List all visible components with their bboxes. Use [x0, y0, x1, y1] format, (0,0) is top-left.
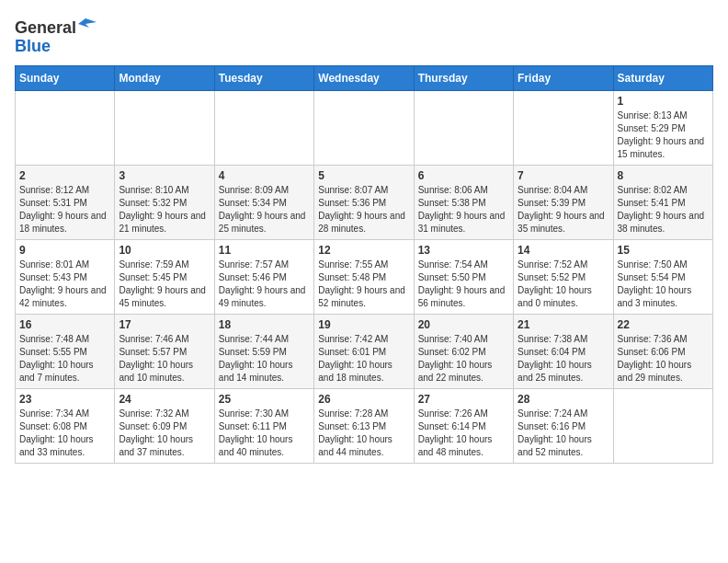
day-info: Sunrise: 8:09 AM Sunset: 5:34 PM Dayligh…	[219, 184, 310, 236]
day-cell: 6Sunrise: 8:06 AM Sunset: 5:38 PM Daylig…	[414, 165, 513, 239]
day-number: 5	[318, 169, 409, 182]
day-cell	[514, 90, 613, 165]
day-info: Sunrise: 7:26 AM Sunset: 6:14 PM Dayligh…	[418, 408, 509, 459]
week-row-4: 16Sunrise: 7:48 AM Sunset: 5:55 PM Dayli…	[16, 314, 713, 388]
day-cell: 15Sunrise: 7:50 AM Sunset: 5:54 PM Dayli…	[613, 239, 712, 314]
day-cell: 22Sunrise: 7:36 AM Sunset: 6:06 PM Dayli…	[613, 314, 712, 388]
day-number: 27	[418, 393, 509, 406]
day-cell: 12Sunrise: 7:55 AM Sunset: 5:48 PM Dayli…	[314, 239, 414, 314]
day-info: Sunrise: 7:46 AM Sunset: 5:57 PM Dayligh…	[119, 333, 210, 385]
day-info: Sunrise: 7:32 AM Sunset: 6:09 PM Dayligh…	[119, 408, 210, 459]
svg-marker-0	[78, 18, 97, 28]
day-cell: 17Sunrise: 7:46 AM Sunset: 5:57 PM Dayli…	[115, 314, 214, 388]
day-number: 3	[119, 169, 210, 182]
day-number: 17	[119, 318, 210, 331]
day-number: 8	[618, 169, 709, 182]
day-info: Sunrise: 8:12 AM Sunset: 5:31 PM Dayligh…	[19, 184, 110, 236]
day-cell: 13Sunrise: 7:54 AM Sunset: 5:50 PM Dayli…	[414, 239, 513, 314]
day-number: 24	[119, 393, 210, 406]
day-cell	[613, 388, 712, 463]
week-row-5: 23Sunrise: 7:34 AM Sunset: 6:08 PM Dayli…	[16, 388, 713, 463]
day-info: Sunrise: 7:34 AM Sunset: 6:08 PM Dayligh…	[19, 408, 110, 459]
day-info: Sunrise: 8:02 AM Sunset: 5:41 PM Dayligh…	[618, 184, 709, 236]
day-number: 25	[219, 393, 310, 406]
day-cell: 10Sunrise: 7:59 AM Sunset: 5:45 PM Dayli…	[115, 239, 214, 314]
weekday-thursday: Thursday	[414, 65, 513, 90]
day-cell	[16, 90, 115, 165]
day-cell	[314, 90, 414, 165]
day-cell	[115, 90, 214, 165]
day-cell: 26Sunrise: 7:28 AM Sunset: 6:13 PM Dayli…	[314, 388, 414, 463]
day-info: Sunrise: 7:30 AM Sunset: 6:11 PM Dayligh…	[219, 408, 310, 459]
day-cell: 21Sunrise: 7:38 AM Sunset: 6:04 PM Dayli…	[514, 314, 613, 388]
day-info: Sunrise: 8:06 AM Sunset: 5:38 PM Dayligh…	[418, 184, 509, 236]
day-info: Sunrise: 7:38 AM Sunset: 6:04 PM Dayligh…	[518, 333, 609, 385]
logo-blue: Blue	[15, 37, 51, 55]
day-number: 11	[219, 244, 310, 257]
day-info: Sunrise: 7:54 AM Sunset: 5:50 PM Dayligh…	[418, 259, 509, 310]
day-cell: 3Sunrise: 8:10 AM Sunset: 5:32 PM Daylig…	[115, 165, 214, 239]
day-number: 18	[219, 318, 310, 331]
day-number: 1	[618, 95, 709, 108]
day-info: Sunrise: 7:55 AM Sunset: 5:48 PM Dayligh…	[318, 259, 409, 310]
day-cell: 28Sunrise: 7:24 AM Sunset: 6:16 PM Dayli…	[514, 388, 613, 463]
day-cell: 9Sunrise: 8:01 AM Sunset: 5:43 PM Daylig…	[16, 239, 115, 314]
day-info: Sunrise: 7:59 AM Sunset: 5:45 PM Dayligh…	[119, 259, 210, 310]
day-number: 21	[518, 318, 609, 331]
weekday-wednesday: Wednesday	[314, 65, 414, 90]
day-cell: 14Sunrise: 7:52 AM Sunset: 5:52 PM Dayli…	[514, 239, 613, 314]
weekday-header-row: SundayMondayTuesdayWednesdayThursdayFrid…	[16, 65, 713, 90]
day-cell: 8Sunrise: 8:02 AM Sunset: 5:41 PM Daylig…	[613, 165, 712, 239]
weekday-sunday: Sunday	[16, 65, 115, 90]
day-cell: 5Sunrise: 8:07 AM Sunset: 5:36 PM Daylig…	[314, 165, 414, 239]
day-info: Sunrise: 7:57 AM Sunset: 5:46 PM Dayligh…	[219, 259, 310, 310]
day-number: 26	[318, 393, 409, 406]
day-cell: 20Sunrise: 7:40 AM Sunset: 6:02 PM Dayli…	[414, 314, 513, 388]
weekday-saturday: Saturday	[613, 65, 712, 90]
day-info: Sunrise: 7:44 AM Sunset: 5:59 PM Dayligh…	[219, 333, 310, 385]
day-cell: 25Sunrise: 7:30 AM Sunset: 6:11 PM Dayli…	[214, 388, 313, 463]
day-info: Sunrise: 7:36 AM Sunset: 6:06 PM Dayligh…	[618, 333, 709, 385]
day-number: 12	[318, 244, 409, 257]
day-info: Sunrise: 7:24 AM Sunset: 6:16 PM Dayligh…	[518, 408, 609, 459]
week-row-1: 1Sunrise: 8:13 AM Sunset: 5:29 PM Daylig…	[16, 90, 713, 165]
day-number: 2	[19, 169, 110, 182]
day-number: 13	[418, 244, 509, 257]
day-cell: 27Sunrise: 7:26 AM Sunset: 6:14 PM Dayli…	[414, 388, 513, 463]
day-number: 22	[618, 318, 709, 331]
day-cell: 11Sunrise: 7:57 AM Sunset: 5:46 PM Dayli…	[214, 239, 313, 314]
day-number: 10	[119, 244, 210, 257]
day-info: Sunrise: 8:07 AM Sunset: 5:36 PM Dayligh…	[318, 184, 409, 236]
day-number: 7	[518, 169, 609, 182]
day-info: Sunrise: 7:40 AM Sunset: 6:02 PM Dayligh…	[418, 333, 509, 385]
week-row-3: 9Sunrise: 8:01 AM Sunset: 5:43 PM Daylig…	[16, 239, 713, 314]
day-cell: 24Sunrise: 7:32 AM Sunset: 6:09 PM Dayli…	[115, 388, 214, 463]
weekday-friday: Friday	[514, 65, 613, 90]
week-row-2: 2Sunrise: 8:12 AM Sunset: 5:31 PM Daylig…	[16, 165, 713, 239]
day-number: 20	[418, 318, 509, 331]
day-number: 9	[19, 244, 110, 257]
day-cell: 2Sunrise: 8:12 AM Sunset: 5:31 PM Daylig…	[16, 165, 115, 239]
day-cell	[214, 90, 313, 165]
day-number: 28	[518, 393, 609, 406]
day-number: 6	[418, 169, 509, 182]
day-cell: 16Sunrise: 7:48 AM Sunset: 5:55 PM Dayli…	[16, 314, 115, 388]
day-info: Sunrise: 7:28 AM Sunset: 6:13 PM Dayligh…	[318, 408, 409, 459]
day-number: 15	[618, 244, 709, 257]
day-cell: 19Sunrise: 7:42 AM Sunset: 6:01 PM Dayli…	[314, 314, 414, 388]
day-cell: 18Sunrise: 7:44 AM Sunset: 5:59 PM Dayli…	[214, 314, 313, 388]
day-info: Sunrise: 7:52 AM Sunset: 5:52 PM Dayligh…	[518, 259, 609, 310]
day-info: Sunrise: 7:48 AM Sunset: 5:55 PM Dayligh…	[19, 333, 110, 385]
day-number: 16	[19, 318, 110, 331]
logo-bird-icon	[78, 15, 97, 33]
day-cell: 1Sunrise: 8:13 AM Sunset: 5:29 PM Daylig…	[613, 90, 712, 165]
page-header: General Blue	[15, 15, 713, 56]
logo-general: General	[15, 18, 76, 37]
day-number: 23	[19, 393, 110, 406]
day-info: Sunrise: 7:50 AM Sunset: 5:54 PM Dayligh…	[618, 259, 709, 310]
day-info: Sunrise: 8:10 AM Sunset: 5:32 PM Dayligh…	[119, 184, 210, 236]
day-number: 4	[219, 169, 310, 182]
weekday-monday: Monday	[115, 65, 214, 90]
day-info: Sunrise: 8:13 AM Sunset: 5:29 PM Dayligh…	[618, 109, 709, 161]
day-cell	[414, 90, 513, 165]
